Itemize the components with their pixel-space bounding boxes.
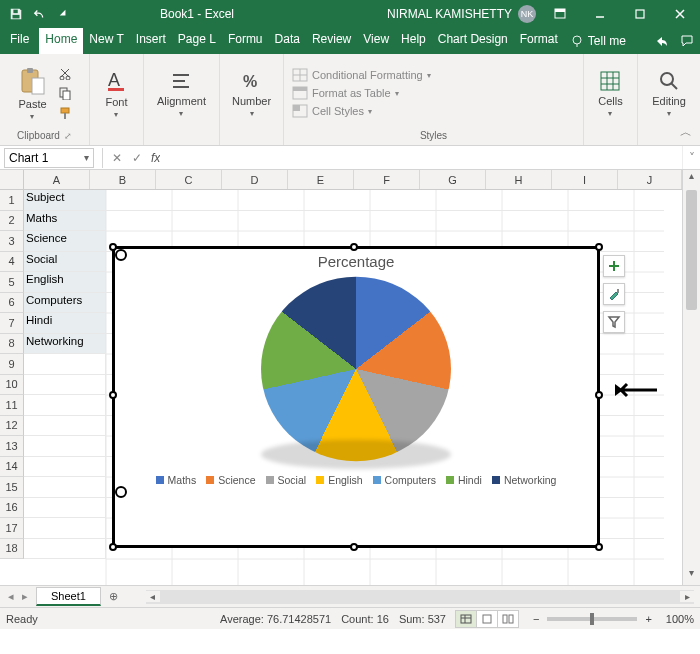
cells-button[interactable]: Cells ▾: [594, 67, 626, 120]
row-17[interactable]: 17: [0, 518, 24, 539]
cell-A5[interactable]: English: [24, 272, 106, 293]
col-D[interactable]: D: [222, 170, 288, 189]
row-11[interactable]: 11: [0, 395, 24, 416]
name-box[interactable]: Chart 1 ▾: [4, 148, 94, 168]
sheet-tab[interactable]: Sheet1: [36, 587, 101, 606]
row-3[interactable]: 3: [0, 231, 24, 252]
cell-A17[interactable]: [24, 518, 106, 539]
cell-A11[interactable]: [24, 395, 106, 416]
user-account[interactable]: NIRMAL KAMISHETTY NK: [387, 5, 536, 23]
row-13[interactable]: 13: [0, 436, 24, 457]
resize-handle[interactable]: [109, 543, 117, 551]
row-5[interactable]: 5: [0, 272, 24, 293]
qat-more-icon[interactable]: [54, 4, 74, 24]
scroll-right-icon[interactable]: ▸: [680, 591, 694, 602]
chart-filters-button[interactable]: [603, 311, 625, 333]
row-4[interactable]: 4: [0, 252, 24, 273]
fx-icon[interactable]: fx: [151, 151, 160, 165]
normal-view-button[interactable]: [455, 610, 477, 628]
legend-item[interactable]: Maths: [156, 474, 197, 486]
legend-item[interactable]: English: [316, 474, 362, 486]
share-icon[interactable]: [648, 28, 674, 54]
tab-view[interactable]: View: [357, 28, 395, 54]
vertical-scrollbar[interactable]: ▴ ▾: [682, 170, 700, 585]
col-F[interactable]: F: [354, 170, 420, 189]
zoom-thumb[interactable]: [590, 613, 594, 625]
undo-icon[interactable]: [30, 4, 50, 24]
alignment-button[interactable]: Alignment ▾: [153, 67, 210, 120]
collapse-ribbon-icon[interactable]: ︿: [680, 124, 692, 141]
col-A[interactable]: A: [24, 170, 90, 189]
row-1[interactable]: 1: [0, 190, 24, 211]
cell-A10[interactable]: [24, 375, 106, 396]
page-break-view-button[interactable]: [497, 610, 519, 628]
col-J[interactable]: J: [618, 170, 682, 189]
chart-styles-button[interactable]: [603, 283, 625, 305]
font-button[interactable]: A Font ▾: [101, 66, 131, 121]
tell-me-search[interactable]: Tell me: [564, 28, 648, 54]
tab-newtab[interactable]: New T: [83, 28, 129, 54]
tab-page-layout[interactable]: Page L: [172, 28, 222, 54]
formula-input[interactable]: [160, 148, 682, 168]
legend-item[interactable]: Social: [266, 474, 307, 486]
row-6[interactable]: 6: [0, 293, 24, 314]
cell-A18[interactable]: [24, 539, 106, 560]
minimize-icon[interactable]: [580, 0, 620, 28]
editing-button[interactable]: Editing ▾: [648, 67, 690, 120]
row-16[interactable]: 16: [0, 498, 24, 519]
copy-icon[interactable]: [55, 84, 75, 102]
legend-item[interactable]: Science: [206, 474, 255, 486]
cell-A16[interactable]: [24, 498, 106, 519]
cell-A9[interactable]: [24, 354, 106, 375]
zoom-in-button[interactable]: +: [641, 613, 655, 625]
cell-A2[interactable]: Maths: [24, 211, 106, 232]
cell-A13[interactable]: [24, 436, 106, 457]
chart-legend[interactable]: MathsScienceSocialEnglishComputersHindiN…: [115, 474, 597, 486]
ribbon-display-options-icon[interactable]: [540, 0, 580, 28]
col-H[interactable]: H: [486, 170, 552, 189]
maximize-icon[interactable]: [620, 0, 660, 28]
resize-handle[interactable]: [109, 243, 117, 251]
row-9[interactable]: 9: [0, 354, 24, 375]
tab-file[interactable]: File: [0, 28, 39, 54]
tab-chart-design[interactable]: Chart Design: [432, 28, 514, 54]
cell-A1[interactable]: Subject: [24, 190, 106, 211]
sheet-nav-prev-icon[interactable]: ◂: [4, 588, 18, 605]
scroll-up-icon[interactable]: ▴: [683, 170, 700, 188]
row-18[interactable]: 18: [0, 539, 24, 560]
chart-elements-button[interactable]: [603, 255, 625, 277]
page-layout-view-button[interactable]: [476, 610, 498, 628]
cell-A8[interactable]: Networking: [24, 334, 106, 355]
zoom-level[interactable]: 100%: [666, 613, 694, 625]
resize-handle[interactable]: [595, 543, 603, 551]
chart-title[interactable]: Percentage: [115, 253, 597, 270]
col-B[interactable]: B: [90, 170, 156, 189]
zoom-slider[interactable]: − +: [529, 613, 656, 625]
select-all-corner[interactable]: [0, 170, 24, 190]
legend-item[interactable]: Hindi: [446, 474, 482, 486]
scroll-down-icon[interactable]: ▾: [683, 567, 700, 585]
resize-handle[interactable]: [595, 391, 603, 399]
clipboard-launcher-icon[interactable]: ⤢: [64, 131, 72, 141]
cell-A3[interactable]: Science: [24, 231, 106, 252]
tab-review[interactable]: Review: [306, 28, 357, 54]
scroll-thumb[interactable]: [686, 190, 697, 310]
scroll-left-icon[interactable]: ◂: [146, 591, 160, 602]
tab-insert[interactable]: Insert: [130, 28, 172, 54]
tab-format[interactable]: Format: [514, 28, 564, 54]
resize-handle[interactable]: [109, 391, 117, 399]
pie-chart[interactable]: [261, 277, 451, 461]
row-2[interactable]: 2: [0, 211, 24, 232]
number-button[interactable]: % Number ▾: [228, 67, 275, 120]
tab-home[interactable]: Home: [39, 28, 83, 54]
cell-A14[interactable]: [24, 457, 106, 478]
tab-help[interactable]: Help: [395, 28, 432, 54]
horizontal-scrollbar[interactable]: ◂ ▸: [146, 590, 694, 604]
row-15[interactable]: 15: [0, 477, 24, 498]
col-C[interactable]: C: [156, 170, 222, 189]
row-7[interactable]: 7: [0, 313, 24, 334]
close-icon[interactable]: [660, 0, 700, 28]
col-G[interactable]: G: [420, 170, 486, 189]
cell-A6[interactable]: Computers: [24, 293, 106, 314]
resize-handle[interactable]: [595, 243, 603, 251]
